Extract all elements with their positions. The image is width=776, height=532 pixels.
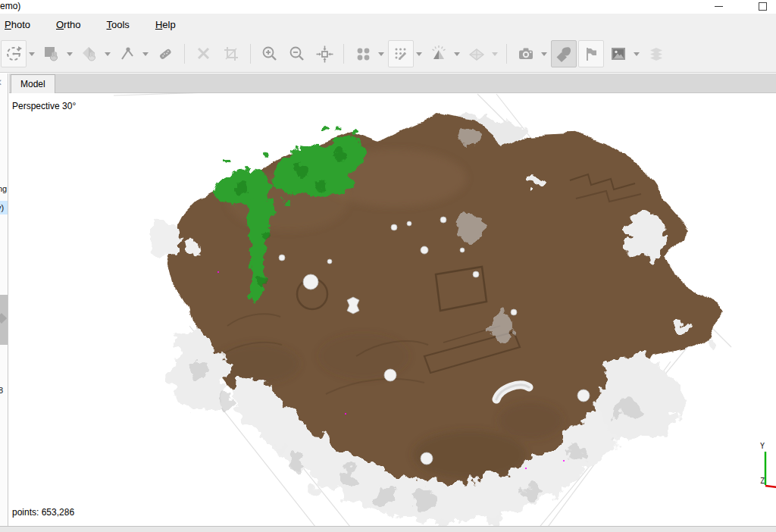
dense-cloud-dropdown[interactable] (415, 41, 424, 67)
tab-model[interactable]: Model (11, 74, 55, 93)
show-images-dropdown[interactable] (632, 41, 641, 67)
chevron-down-icon (492, 52, 498, 56)
zoom-in-icon (261, 45, 279, 63)
panel-close-icon[interactable]: ✕ (0, 77, 2, 88)
shapes-icon (555, 45, 573, 63)
chevron-down-icon (378, 52, 384, 56)
maximize-button[interactable] (752, 0, 773, 13)
maximize-icon (759, 2, 767, 11)
measure-icon (118, 45, 136, 63)
crop-tool-button[interactable] (218, 40, 244, 67)
show-shapes-button[interactable] (551, 40, 577, 67)
wireframe-view-button[interactable] (464, 40, 490, 67)
reset-view-icon (315, 45, 333, 63)
splitter-arrow-icon (0, 313, 7, 324)
show-cameras-dropdown[interactable] (540, 41, 549, 67)
reset-view-tool-button[interactable] (311, 40, 337, 67)
tab-model-label: Model (20, 79, 45, 89)
crop-icon (222, 45, 240, 63)
zoom-out-tool-button[interactable] (284, 40, 310, 67)
gradual-selection-icon (80, 45, 99, 63)
panel-text-fragment: ng (0, 184, 7, 193)
chevron-down-icon (541, 52, 547, 56)
panel-text-fragment: y) (0, 203, 4, 212)
chevron-down-icon (142, 52, 149, 56)
menu-tools-rest: ools (111, 19, 130, 30)
shaded-view-icon (430, 45, 448, 63)
chevron-down-icon (634, 52, 640, 56)
chevron-down-icon (105, 52, 111, 56)
chevron-down-icon (416, 52, 422, 56)
rectangle-selection-dropdown[interactable] (65, 41, 74, 67)
measure-tool-button[interactable] (114, 40, 140, 67)
rectangle-selection-tool-button[interactable] (39, 40, 64, 67)
eraser-tool-button[interactable] (152, 40, 178, 67)
menu-help-rest: elp (162, 19, 175, 30)
menu-ortho-accel: O (56, 19, 64, 30)
menu-photo-rest: hoto (11, 19, 30, 30)
menu-bar: Photo Ortho Tools Help (0, 14, 776, 36)
bottom-window-strip (0, 526, 776, 532)
point-cloud-dropdown[interactable] (377, 41, 386, 67)
toolbar-separator (343, 44, 344, 64)
workspace-panel-clipped: ✕ ng y) 8 (0, 74, 8, 526)
zoom-in-tool-button[interactable] (257, 40, 283, 67)
menu-ortho-rest: rtho (64, 19, 80, 30)
shaded-view-dropdown[interactable] (452, 41, 462, 67)
panel-text-fragment: 8 (0, 386, 3, 395)
chevron-down-icon (29, 52, 35, 56)
wireframe-view-dropdown[interactable] (490, 41, 499, 67)
minimize-icon (715, 6, 723, 7)
show-images-button[interactable] (605, 40, 631, 67)
axis-x-line (765, 486, 776, 487)
delete-tool-button[interactable] (191, 40, 217, 67)
measure-dropdown[interactable] (141, 41, 150, 67)
points-count-label: points: 653,286 (12, 507, 74, 518)
minimize-button[interactable] (708, 0, 729, 13)
axis-y-label: Y (760, 442, 765, 450)
zoom-out-icon (288, 45, 306, 63)
dense-cloud-edit-icon (392, 45, 410, 63)
rectangle-selection-icon (42, 45, 61, 63)
shaded-view-button[interactable] (426, 40, 452, 67)
rotate-view-dropdown[interactable] (27, 41, 36, 67)
rotate-view-tool-button[interactable] (1, 40, 27, 67)
chevron-down-icon (454, 52, 460, 56)
wireframe-view-icon (468, 45, 486, 63)
gradual-selection-tool-button[interactable] (77, 40, 102, 67)
toolbar-separator (184, 44, 185, 64)
flag-icon (582, 45, 600, 63)
layers-icon (647, 45, 665, 63)
menu-photo[interactable]: Photo (0, 16, 38, 33)
show-cameras-button[interactable] (513, 40, 539, 67)
toolbar-separator (250, 44, 251, 64)
axis-z-label: Z (760, 477, 765, 485)
projection-label: Perspective 30° (12, 101, 76, 111)
menu-tools[interactable]: Tools (99, 16, 137, 33)
toolbar (0, 36, 776, 73)
point-cloud-icon (354, 45, 372, 63)
point-cloud-view-button[interactable] (350, 40, 376, 67)
model-viewport[interactable]: Y Z Perspective 30° points: 653,286 (9, 93, 776, 526)
menu-help[interactable]: Help (148, 16, 183, 33)
show-markers-button[interactable] (578, 40, 604, 67)
rotate-view-icon (5, 45, 23, 63)
model-render: Y Z (9, 93, 776, 526)
window-title: emo) (0, 1, 20, 11)
axis-gizmo: Y Z (760, 442, 776, 487)
show-layers-button[interactable] (643, 40, 669, 67)
title-bar: emo) (0, 0, 776, 14)
dense-cloud-edit-view-button[interactable] (388, 40, 414, 67)
gradual-selection-dropdown[interactable] (103, 41, 112, 67)
toolbar-separator (506, 44, 507, 64)
delete-icon (195, 45, 213, 63)
image-icon (609, 45, 627, 63)
menu-ortho[interactable]: Ortho (48, 16, 89, 33)
view-tab-bar: Model (9, 74, 776, 93)
application-window: emo) Photo Ortho Tools Help (0, 0, 776, 532)
panel-splitter-handle[interactable] (0, 295, 8, 345)
menu-photo-accel: P (5, 19, 11, 30)
menu-help-accel: H (155, 19, 162, 30)
chevron-down-icon (67, 52, 73, 56)
camera-icon (517, 45, 535, 63)
